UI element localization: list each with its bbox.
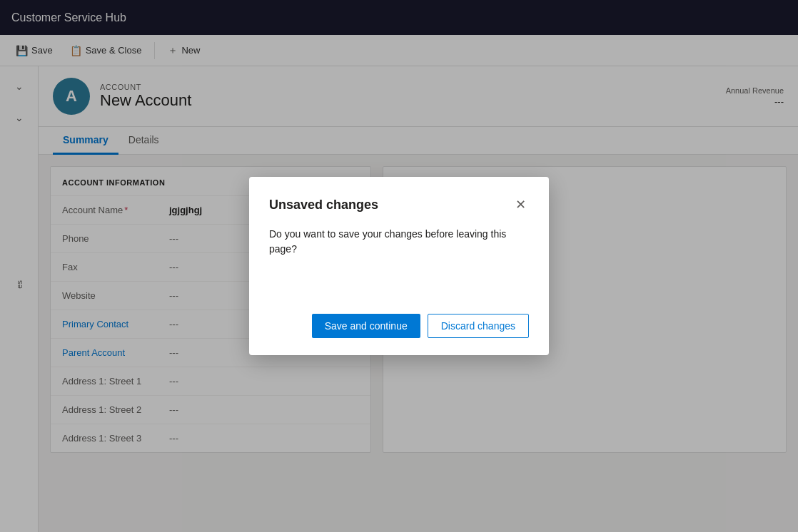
dialog-header: Unsaved changes ✕ — [269, 194, 529, 215]
discard-changes-button[interactable]: Discard changes — [428, 314, 529, 338]
dialog-close-button[interactable]: ✕ — [512, 194, 529, 215]
save-and-continue-button[interactable]: Save and continue — [312, 314, 420, 338]
dialog-footer: Save and continue Discard changes — [269, 314, 529, 338]
unsaved-changes-dialog: Unsaved changes ✕ Do you want to save yo… — [249, 177, 549, 355]
dialog-body: Do you want to save your changes before … — [269, 227, 529, 257]
dialog-title: Unsaved changes — [269, 198, 378, 213]
dialog-overlay: Unsaved changes ✕ Do you want to save yo… — [0, 0, 798, 532]
